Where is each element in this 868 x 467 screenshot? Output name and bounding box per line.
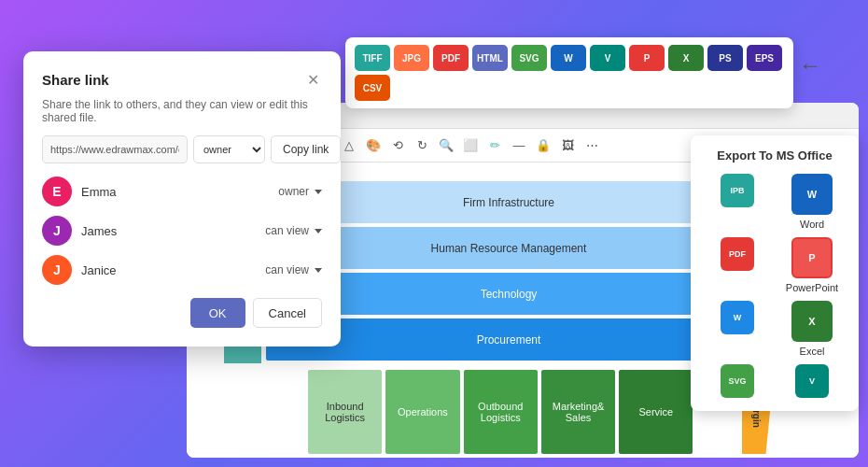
user-role-emma[interactable]: owner [278, 185, 322, 198]
format-toolbar: TIFF JPG PDF HTML SVG W V P X PS EPS CSV [345, 37, 793, 108]
frame-icon[interactable]: ⬜ [461, 136, 480, 155]
share-link-dialog: Share link ✕ Share the link to others, a… [23, 51, 341, 347]
service-cell: Service [619, 370, 693, 454]
dialog-description: Share the link to others, and they can v… [42, 98, 322, 124]
ok-button[interactable]: OK [190, 298, 245, 328]
dialog-title: Share link [42, 72, 109, 88]
avatar-janice: J [42, 255, 72, 285]
user-row-emma: E Emma owner [42, 177, 322, 206]
lock-icon[interactable]: 🔒 [534, 136, 553, 155]
copy-link-button[interactable]: Copy link [271, 135, 341, 163]
svg-icon[interactable]: SVG [511, 45, 547, 71]
dialog-actions: OK Cancel [42, 298, 322, 328]
export-item-svg2: SVG [704, 364, 771, 398]
marketing-sales-cell: Marketing& Sales [541, 370, 615, 454]
close-icon[interactable]: ✕ [303, 70, 322, 89]
avatar-emma: E [42, 177, 72, 206]
link-row: owner can view can edit Copy link [42, 135, 322, 163]
user-name-james: James [81, 224, 265, 238]
user-row-janice: J Janice can view [42, 255, 322, 285]
inbound-logistics-cell: Inbound Logistics [308, 370, 382, 454]
html-icon[interactable]: HTML [472, 45, 508, 71]
export-item-empty1: IPB [704, 174, 771, 230]
fill-icon[interactable]: 🎨 [364, 136, 383, 155]
eps-icon[interactable]: EPS [747, 45, 782, 71]
export-excel-label: Excel [800, 346, 825, 357]
export-item-word[interactable]: W Word [778, 174, 846, 230]
connect-icon[interactable]: ⟲ [388, 136, 407, 155]
export-item-excel[interactable]: X Excel [778, 301, 846, 357]
arrow-indicator: ← [799, 52, 821, 78]
link-input[interactable] [42, 135, 188, 163]
zoom-icon[interactable]: 🔍 [437, 136, 455, 155]
more-icon[interactable]: ⋯ [582, 136, 601, 155]
export-item-word2: W [704, 301, 771, 357]
export-svg2-icon[interactable]: SVG [721, 364, 754, 398]
cancel-button[interactable]: Cancel [253, 298, 322, 328]
outbound-logistics-cell: Outbound Logistics [464, 370, 538, 454]
avatar-james: J [42, 216, 72, 246]
word-icon[interactable]: W [551, 45, 586, 71]
export-grid: IPB W Word PDF P PowerPoint W X Excel SV… [704, 174, 846, 398]
operations-cell: Operations [385, 370, 459, 454]
triangle-icon[interactable]: △ [340, 136, 358, 155]
csv-icon[interactable]: CSV [355, 75, 390, 101]
export-ppt-icon[interactable]: P [791, 237, 833, 278]
user-role-james[interactable]: can view [265, 224, 322, 237]
jpg-icon[interactable]: JPG [394, 45, 429, 71]
image-icon[interactable]: 🖼 [558, 136, 577, 155]
ppt-icon[interactable]: P [629, 45, 665, 71]
primary-activities-row: Inbound Logistics Operations Outbound Lo… [308, 370, 693, 454]
export-item-powerpoint[interactable]: P PowerPoint [778, 237, 846, 293]
export-word-label: Word [800, 219, 824, 230]
rotate-icon[interactable]: ↻ [413, 136, 431, 155]
export-item-visio2: V [778, 364, 846, 398]
user-name-janice: Janice [81, 263, 265, 277]
user-row-james: J James can view [42, 216, 322, 246]
export-visio2-icon[interactable]: V [795, 364, 829, 398]
visio-icon[interactable]: V [590, 45, 625, 71]
export-panel-title: Export To MS Office [704, 149, 846, 163]
ps-icon[interactable]: PS [707, 45, 743, 71]
export-pdf-icon[interactable]: PDF [721, 237, 754, 271]
line-icon[interactable]: — [510, 136, 528, 155]
tiff-icon[interactable]: TIFF [355, 45, 390, 71]
permission-select[interactable]: owner can view can edit [193, 135, 265, 163]
export-item-pdf: PDF [704, 237, 771, 293]
export-word-icon[interactable]: W [791, 174, 833, 215]
export-word2-icon[interactable]: W [721, 301, 754, 334]
pdf-icon[interactable]: PDF [433, 45, 469, 71]
export-ppt-label: PowerPoint [786, 282, 838, 293]
export-panel: Export To MS Office IPB W Word PDF P Pow… [691, 135, 859, 411]
user-name-emma: Emma [81, 185, 278, 199]
export-icon-tiff[interactable]: IPB [721, 174, 754, 207]
excel-icon[interactable]: X [668, 45, 704, 71]
dialog-header: Share link ✕ [42, 70, 322, 89]
user-role-janice[interactable]: can view [265, 263, 322, 276]
pen-icon[interactable]: ✏ [485, 136, 504, 155]
export-excel-icon[interactable]: X [791, 301, 833, 342]
